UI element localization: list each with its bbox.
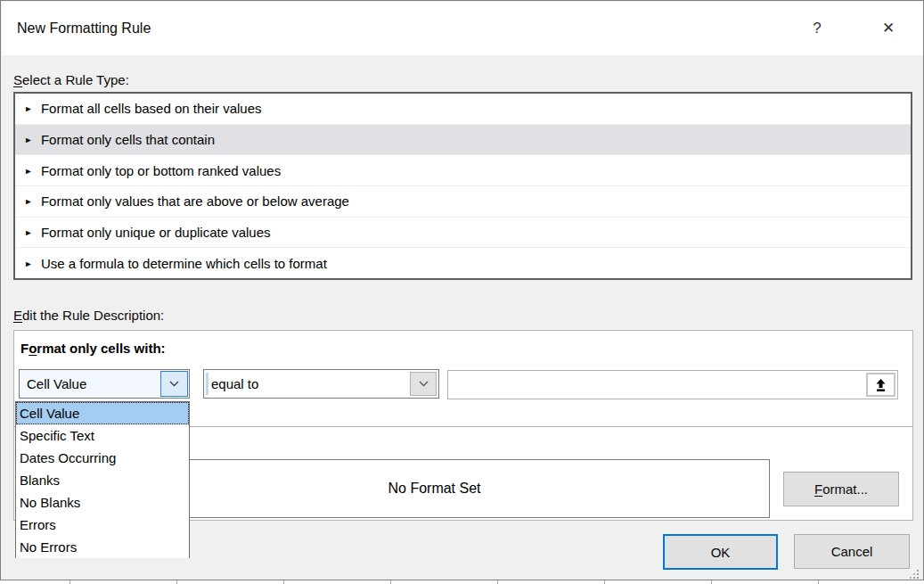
- worksheet-gridline: [818, 580, 819, 584]
- condition-type-combobox[interactable]: Cell Value: [19, 369, 190, 399]
- help-button[interactable]: ?: [797, 2, 838, 55]
- chevron-down-icon: [419, 381, 429, 387]
- help-icon: ?: [813, 20, 821, 37]
- worksheet-gridline: [390, 580, 391, 584]
- dropdown-item-errors[interactable]: Errors: [16, 514, 189, 536]
- close-icon: ✕: [882, 20, 895, 37]
- rule-type-item[interactable]: ► Format all cells based on their values: [15, 94, 911, 125]
- rule-arrow-icon: ►: [24, 136, 33, 144]
- worksheet-gridline: [283, 580, 284, 584]
- dropdown-item-no-errors[interactable]: No Errors: [16, 536, 189, 558]
- format-only-cells-with-label: Format only cells with:: [20, 341, 166, 356]
- value-input[interactable]: [447, 370, 898, 399]
- condition-type-dropdown-list: Cell Value Specific Text Dates Occurring…: [15, 401, 190, 558]
- dropdown-item-dates-occurring[interactable]: Dates Occurring: [16, 447, 189, 469]
- dropdown-item-cell-value[interactable]: Cell Value: [16, 402, 189, 424]
- rule-type-item-selected[interactable]: ► Format only cells that contain: [15, 125, 911, 156]
- new-formatting-rule-dialog: New Formatting Rule ? ✕ Select a Rule Ty…: [0, 0, 924, 580]
- rule-arrow-icon: ►: [24, 104, 33, 113]
- condition-type-dropdown-button[interactable]: [160, 371, 188, 397]
- resize-grip[interactable]: [908, 570, 920, 580]
- rule-type-item-label: Format only cells that contain: [41, 132, 215, 147]
- rule-type-item[interactable]: ► Format only top or bottom ranked value…: [15, 155, 911, 186]
- worksheet-gridline: [176, 580, 177, 584]
- worksheet-gridline: [497, 580, 498, 584]
- ok-button[interactable]: OK: [663, 534, 778, 570]
- operator-value: equal to: [204, 376, 258, 391]
- rule-type-item-label: Use a formula to determine which cells t…: [41, 256, 327, 271]
- format-preview-box: No Format Set: [99, 459, 770, 518]
- rule-type-item-label: Format only unique or duplicate values: [41, 225, 271, 240]
- operator-combobox[interactable]: equal to: [203, 369, 439, 399]
- dropdown-item-no-blanks[interactable]: No Blanks: [16, 491, 189, 514]
- cancel-button[interactable]: Cancel: [794, 534, 910, 569]
- preview-text: No Format Set: [388, 481, 480, 497]
- rule-type-item[interactable]: ► Use a formula to determine which cells…: [15, 248, 911, 278]
- rule-arrow-icon: ►: [24, 228, 33, 237]
- collapse-dialog-icon: [874, 378, 887, 392]
- format-button[interactable]: Format...: [783, 472, 899, 506]
- rule-arrow-icon: ►: [24, 166, 33, 175]
- dialog-title: New Formatting Rule: [17, 2, 151, 55]
- worksheet-gridline: [604, 580, 605, 584]
- rule-arrow-icon: ►: [24, 259, 33, 267]
- collapse-dialog-button[interactable]: [866, 373, 895, 397]
- select-rule-type-label: Select a Rule Type:: [13, 72, 129, 87]
- worksheet-gridline: [70, 580, 70, 584]
- title-bar: New Formatting Rule ? ✕: [2, 2, 923, 55]
- rule-type-item-label: Format only top or bottom ranked values: [41, 163, 281, 178]
- rule-type-item[interactable]: ► Format only values that are above or b…: [15, 186, 911, 218]
- dropdown-item-blanks[interactable]: Blanks: [16, 469, 189, 491]
- edit-rule-description-label: Edit the Rule Description:: [13, 308, 164, 323]
- close-button[interactable]: ✕: [868, 2, 909, 55]
- rule-type-item-label: Format all cells based on their values: [41, 101, 262, 116]
- rule-type-item[interactable]: ► Format only unique or duplicate values: [15, 218, 911, 249]
- chevron-down-icon: [169, 381, 179, 387]
- rule-arrow-icon: ►: [24, 197, 33, 206]
- condition-type-value: Cell Value: [20, 376, 86, 391]
- worksheet-gridline: [711, 580, 712, 584]
- rule-type-listbox: ► Format all cells based on their values…: [13, 92, 912, 280]
- rule-type-item-label: Format only values that are above or bel…: [41, 193, 349, 209]
- operator-dropdown-button[interactable]: [410, 372, 437, 396]
- text-cursor: [206, 373, 209, 395]
- dropdown-item-specific-text[interactable]: Specific Text: [16, 424, 189, 447]
